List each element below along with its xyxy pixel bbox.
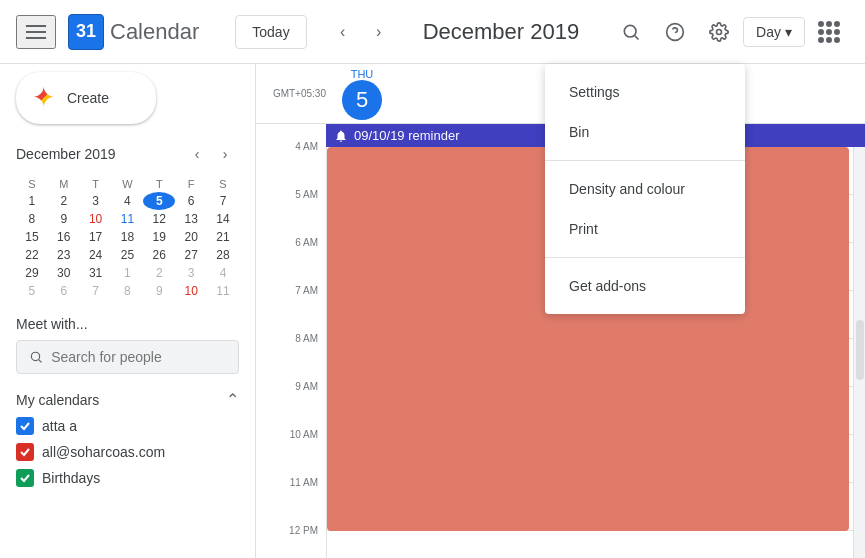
mini-cal-day[interactable]: 2 — [48, 192, 80, 210]
mini-cal-day[interactable]: 12 — [143, 210, 175, 228]
mini-cal-day[interactable]: 4 — [207, 264, 239, 282]
mini-cal-day[interactable]: 31 — [80, 264, 112, 282]
mini-cal-day[interactable]: 3 — [80, 192, 112, 210]
mini-cal-day[interactable]: 11 — [207, 282, 239, 300]
mini-cal-day[interactable]: 5 — [16, 282, 48, 300]
view-selector[interactable]: Day ▾ — [743, 17, 805, 47]
time-label: 4 AM — [256, 147, 326, 195]
mini-cal-day[interactable]: 30 — [48, 264, 80, 282]
create-button[interactable]: ✦ Create — [16, 72, 156, 124]
mini-cal-day[interactable]: 2 — [143, 264, 175, 282]
header-icons: Day ▾ — [611, 12, 849, 52]
time-label: 5 AM — [256, 195, 326, 243]
mini-cal-day[interactable]: 25 — [112, 246, 144, 264]
calendar-item[interactable]: Birthdays — [16, 465, 239, 491]
mini-cal-day[interactable]: 19 — [143, 228, 175, 246]
search-icon — [621, 22, 641, 42]
mini-cal-day[interactable]: 1 — [112, 264, 144, 282]
time-label: 9 AM — [256, 387, 326, 435]
calendars-collapse-button[interactable]: ⌃ — [226, 390, 239, 409]
mini-cal-day[interactable]: 9 — [143, 282, 175, 300]
mini-cal-day[interactable]: 1 — [16, 192, 48, 210]
plus-icon: ✦ — [32, 84, 55, 112]
gmt-label: GMT+05:30 — [264, 88, 334, 99]
mini-cal-day[interactable]: 10 — [80, 210, 112, 228]
mini-cal-day[interactable]: 13 — [175, 210, 207, 228]
calendar-name: all@soharcoas.com — [42, 444, 165, 460]
mini-cal-day[interactable]: 7 — [207, 192, 239, 210]
calendar-item[interactable]: atta a — [16, 413, 239, 439]
mini-cal-day[interactable]: 5 — [143, 192, 175, 210]
scrollbar[interactable] — [853, 147, 865, 558]
mini-cal-day[interactable]: 16 — [48, 228, 80, 246]
calendar-item[interactable]: all@soharcoas.com — [16, 439, 239, 465]
next-button[interactable]: › — [363, 16, 395, 48]
my-calendars-title: My calendars — [16, 392, 99, 408]
svg-point-5 — [31, 352, 39, 360]
svg-line-6 — [39, 360, 42, 363]
mini-cal-day[interactable]: 8 — [16, 210, 48, 228]
menu-button[interactable] — [16, 15, 56, 49]
mini-cal-day[interactable]: 28 — [207, 246, 239, 264]
apps-button[interactable] — [809, 12, 849, 52]
header-left: 31 Calendar Today ‹ › December 2019 — [16, 14, 579, 50]
mini-cal-day[interactable]: 7 — [80, 282, 112, 300]
mini-cal-day[interactable]: 9 — [48, 210, 80, 228]
create-label: Create — [67, 90, 109, 106]
mini-cal-day[interactable]: 17 — [80, 228, 112, 246]
mini-cal-day[interactable]: 14 — [207, 210, 239, 228]
search-people-input[interactable] — [51, 349, 226, 365]
hour-line — [327, 531, 853, 558]
mini-cal-day[interactable]: 18 — [112, 228, 144, 246]
dropdown-divider — [545, 160, 745, 161]
dropdown-item-get-add-ons[interactable]: Get add-ons — [545, 266, 745, 306]
prev-button[interactable]: ‹ — [327, 16, 359, 48]
search-people-icon — [29, 349, 43, 365]
mini-cal-day[interactable]: 24 — [80, 246, 112, 264]
mini-cal-day[interactable]: 6 — [175, 192, 207, 210]
mini-cal-day[interactable]: 6 — [48, 282, 80, 300]
time-label: 12 PM — [256, 531, 326, 558]
day-number[interactable]: 5 — [342, 80, 382, 120]
settings-button[interactable] — [699, 12, 739, 52]
reminder-icon — [334, 129, 348, 143]
help-button[interactable] — [655, 12, 695, 52]
search-button[interactable] — [611, 12, 651, 52]
mini-cal-day[interactable]: 20 — [175, 228, 207, 246]
meet-title: Meet with... — [16, 316, 239, 332]
mini-cal-day[interactable]: 21 — [207, 228, 239, 246]
mini-cal-day[interactable]: 4 — [112, 192, 144, 210]
mini-cal-day[interactable]: 22 — [16, 246, 48, 264]
mini-next-button[interactable]: › — [211, 140, 239, 168]
calendar-name: Birthdays — [42, 470, 100, 486]
mini-cal-day[interactable]: 8 — [112, 282, 144, 300]
calendar-name: atta a — [42, 418, 77, 434]
logo-box: 31 — [68, 14, 104, 50]
today-button[interactable]: Today — [235, 15, 306, 49]
apps-icon — [818, 21, 840, 43]
help-icon — [665, 22, 685, 42]
mini-cal-title: December 2019 — [16, 146, 116, 162]
chevron-down-icon: ▾ — [785, 24, 792, 40]
mini-cal-day[interactable]: 15 — [16, 228, 48, 246]
mini-prev-button[interactable]: ‹ — [183, 140, 211, 168]
time-label: 8 AM — [256, 339, 326, 387]
mini-cal-grid: SMTWTFS 12345678910111213141516171819202… — [16, 176, 239, 300]
time-label: 10 AM — [256, 435, 326, 483]
mini-cal-day[interactable]: 10 — [175, 282, 207, 300]
mini-cal-day[interactable]: 29 — [16, 264, 48, 282]
mini-cal-day[interactable]: 23 — [48, 246, 80, 264]
calendar-checkbox — [16, 417, 34, 435]
dropdown-item-density-and-colour[interactable]: Density and colour — [545, 169, 745, 209]
dropdown-item-settings[interactable]: Settings — [545, 72, 745, 112]
scroll-thumb — [856, 320, 864, 380]
mini-cal-day[interactable]: 26 — [143, 246, 175, 264]
mini-cal-day[interactable]: 3 — [175, 264, 207, 282]
dropdown-item-bin[interactable]: Bin — [545, 112, 745, 152]
dropdown-item-print[interactable]: Print — [545, 209, 745, 249]
calendars-header: My calendars ⌃ — [16, 390, 239, 409]
mini-cal-day[interactable]: 27 — [175, 246, 207, 264]
svg-line-1 — [635, 35, 639, 39]
mini-cal-nav: ‹ › — [183, 140, 239, 168]
mini-cal-day[interactable]: 11 — [112, 210, 144, 228]
